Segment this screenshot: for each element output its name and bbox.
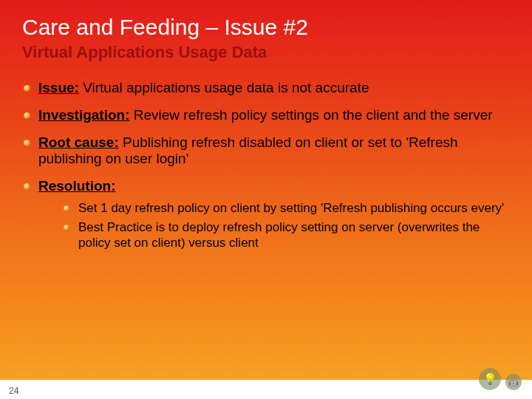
bullet-root-cause: Root cause: Publishing refresh disabled … [22, 134, 510, 168]
bullet-label: Resolution: [38, 178, 116, 194]
bottom-bar: 24 [0, 380, 532, 399]
bullet-label: Issue: [38, 80, 79, 95]
sub-bullet: Best Practice is to deploy refresh polic… [64, 220, 510, 250]
bullet-text: Virtual applications usage data is not a… [79, 80, 369, 95]
sub-bullet-list: Set 1 day refresh policy on client by se… [64, 201, 510, 250]
slide-title: Care and Feeding – Issue #2 [22, 15, 510, 40]
bullet-text: Review refresh policy settings on the cl… [130, 107, 493, 123]
bullet-investigation: Investigation: Review refresh policy set… [22, 107, 510, 124]
bullet-resolution: Resolution: Set 1 day refresh policy on … [22, 178, 510, 250]
bullet-issue: Issue: Virtual applications usage data i… [22, 80, 510, 97]
sub-bullet: Set 1 day refresh policy on client by se… [64, 201, 510, 216]
main-bullet-list: Issue: Virtual applications usage data i… [22, 80, 510, 250]
bulb-icon: 💡 [479, 368, 501, 390]
bullet-label: Investigation: [38, 107, 130, 123]
corner-icons: 💡 🤖 [479, 368, 522, 390]
slide: Care and Feeding – Issue #2 Virtual Appl… [0, 0, 532, 399]
slide-subtitle: Virtual Applications Usage Data [22, 43, 510, 62]
bullet-label: Root cause: [38, 134, 119, 150]
page-number: 24 [9, 386, 18, 396]
robot-icon: 🤖 [505, 374, 522, 390]
